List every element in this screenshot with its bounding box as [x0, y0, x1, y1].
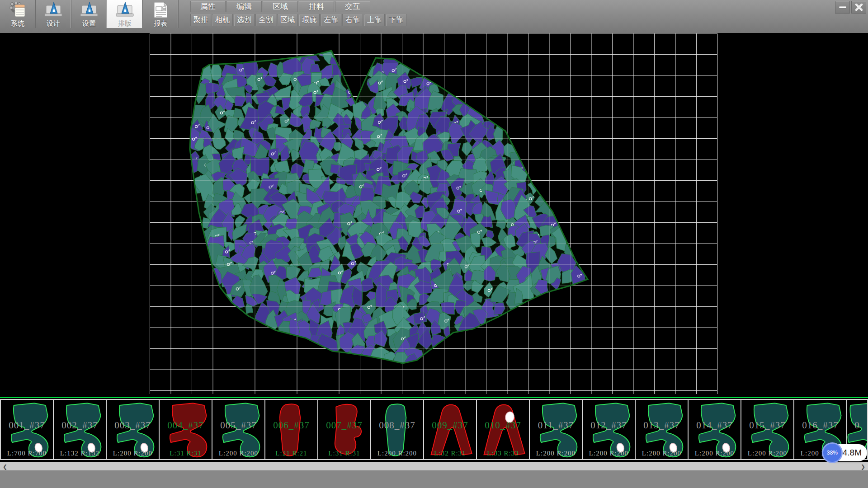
piece-thumbnail-7[interactable]: 007_#37L:31 R:31	[317, 399, 370, 460]
report-document-icon	[151, 1, 170, 19]
piece-name-label: 008_#37	[371, 420, 423, 431]
mode-button-design[interactable]: 设计	[36, 0, 71, 28]
piece-thumbnail-6[interactable]: 006_#37L:21 R:21	[264, 399, 317, 460]
design-ruler-icon	[44, 1, 62, 19]
piece-lr-count-label: L:200 R:200	[371, 450, 423, 457]
piece-thumbnail-10[interactable]: 010_#37L:33 R:33	[476, 399, 529, 460]
memory-usage-badge: 384.8M 38%	[822, 443, 867, 462]
mode-button-label: 报表	[154, 19, 167, 28]
tool-item-4[interactable]: 全割	[255, 14, 276, 26]
piece-name-label: 001_#37	[1, 420, 53, 431]
piece-thumbnail-3[interactable]: 003_#37L:200 R:200	[106, 399, 159, 460]
piece-name-label: 016_#37	[794, 420, 846, 431]
nesting-canvas[interactable]	[0, 33, 868, 397]
piece-lr-count-label: L:200 R:200	[530, 450, 582, 457]
piece-lr-count-label: L:31 R:31	[160, 450, 212, 457]
menu-rows: 属性编辑区域排料交互 聚排相机选割全割区域瑕疵左靠右靠上靠下靠	[190, 1, 407, 26]
piece-lr-count-label: L:200 R:200	[741, 450, 793, 457]
tool-item-7[interactable]: 左靠	[321, 14, 341, 26]
piece-name-label: 0	[847, 420, 867, 431]
piece-lr-count-label: L:200 R:200	[107, 450, 159, 457]
close-button[interactable]	[851, 1, 866, 14]
mode-button-report[interactable]: 报表	[143, 0, 179, 28]
minimize-button[interactable]	[835, 1, 850, 14]
piece-thumbnail-15[interactable]: 015_#37L:200 R:200	[741, 399, 793, 460]
piece-name-label: 013_#37	[636, 420, 688, 431]
piece-thumbnail-list: 001_#37L:700 R:700002_#37L:132 R:132003_…	[0, 399, 868, 461]
piece-thumbnail-9[interactable]: 009_#37L:32 R:31	[423, 399, 476, 460]
settings-ruler-icon	[80, 1, 98, 19]
piece-thumbnail-1[interactable]: 001_#37L:700 R:700	[0, 399, 53, 460]
memory-percent-label: 38%	[827, 450, 838, 456]
mode-button-label: 系统	[11, 19, 24, 28]
piece-name-label: 014_#37	[689, 420, 741, 431]
tool-item-6[interactable]: 瑕疵	[299, 14, 320, 26]
mode-button-system[interactable]: 系统	[0, 0, 36, 28]
menu-item-1[interactable]: 属性	[190, 1, 226, 12]
piece-name-label: 004_#37	[160, 420, 212, 431]
piece-name-label: 009_#37	[424, 420, 476, 431]
piece-name-label: 006_#37	[265, 420, 317, 431]
tool-item-9[interactable]: 上靠	[364, 14, 385, 26]
main-mode-buttons: 系统 设计	[0, 0, 179, 28]
piece-name-label: 005_#37	[212, 420, 264, 431]
scroll-left-arrow-icon[interactable]: ❮	[1, 462, 9, 471]
piece-thumbnail-11[interactable]: 011_#37L:200 R:200	[529, 399, 582, 460]
piece-name-label: 010_#37	[477, 420, 529, 431]
tool-item-5[interactable]: 区域	[277, 14, 298, 26]
piece-name-label: 003_#37	[107, 420, 159, 431]
close-icon	[855, 4, 863, 11]
menu-bar: 属性编辑区域排料交互	[190, 1, 407, 12]
scroll-right-arrow-icon[interactable]: ❯	[859, 462, 867, 471]
piece-lr-count-label: L:700 R:700	[1, 450, 53, 457]
menu-item-3[interactable]: 区域	[263, 1, 298, 12]
top-toolbar: 系统 设计	[0, 0, 868, 33]
piece-lr-count-label: L:33 R:33	[477, 450, 529, 457]
piece-name-label: 015_#37	[741, 420, 793, 431]
memory-percent-circle[interactable]: 38%	[822, 442, 843, 463]
menu-item-4[interactable]: 排料	[299, 1, 334, 12]
piece-lr-count-label: L:32 R:31	[424, 450, 476, 457]
minimize-icon	[839, 6, 846, 9]
piece-thumbnail-5[interactable]: 005_#37L:200 R:200	[212, 399, 264, 460]
tool-item-8[interactable]: 右靠	[342, 14, 363, 26]
mode-button-label: 设计	[47, 19, 60, 28]
piece-thumbnail-12[interactable]: 012_#37L:200 R:200	[582, 399, 635, 460]
menu-item-2[interactable]: 编辑	[226, 1, 262, 12]
mode-button-settings[interactable]: 设置	[71, 0, 107, 28]
mode-button-label: 排版	[118, 19, 132, 28]
piece-filmstrip: 001_#37L:700 R:700002_#37L:132 R:132003_…	[0, 397, 868, 461]
piece-lr-count-label: L:200 R:200	[583, 450, 635, 457]
tool-item-3[interactable]: 选割	[234, 14, 255, 26]
piece-name-label: 012_#37	[583, 420, 635, 431]
horizontal-scrollbar[interactable]: ❮ ❯	[0, 462, 868, 470]
tool-item-10[interactable]: 下靠	[386, 14, 406, 26]
piece-lr-count-label: L:132 R:132	[54, 450, 106, 457]
bottom-status-bar	[0, 470, 868, 488]
piece-thumbnail-4[interactable]: 004_#37L:31 R:31	[159, 399, 212, 460]
nesting-ruler-icon	[116, 1, 134, 19]
piece-name-label: 007_#37	[318, 420, 370, 431]
tool-item-2[interactable]: 相机	[212, 14, 233, 26]
piece-name-label: 002_#37	[54, 420, 106, 431]
tool-bar: 聚排相机选割全割区域瑕疵左靠右靠上靠下靠	[190, 14, 407, 26]
piece-lr-count-label: L:21 R:21	[265, 450, 317, 457]
piece-lr-count-label: L:200 R:200	[689, 450, 741, 457]
piece-name-label: 011_#37	[530, 420, 582, 431]
piece-lr-count-label: L:31 R:31	[318, 450, 370, 457]
system-gear-icon	[9, 1, 27, 19]
piece-thumbnail-8[interactable]: 008_#37L:200 R:200	[370, 399, 423, 460]
piece-lr-count-label: L:200 R:200	[636, 450, 688, 457]
piece-thumbnail-14[interactable]: 014_#37L:200 R:200	[688, 399, 741, 460]
window-controls	[835, 1, 866, 14]
mode-button-label: 设置	[82, 19, 96, 28]
piece-thumbnail-13[interactable]: 013_#37L:200 R:200	[635, 399, 688, 460]
piece-thumbnail-2[interactable]: 002_#37L:132 R:132	[53, 399, 106, 460]
tool-item-1[interactable]: 聚排	[190, 14, 211, 26]
mode-button-nesting[interactable]: 排版	[107, 0, 143, 28]
piece-lr-count-label: L:200 R:200	[212, 450, 264, 457]
menu-item-5[interactable]: 交互	[335, 1, 370, 12]
